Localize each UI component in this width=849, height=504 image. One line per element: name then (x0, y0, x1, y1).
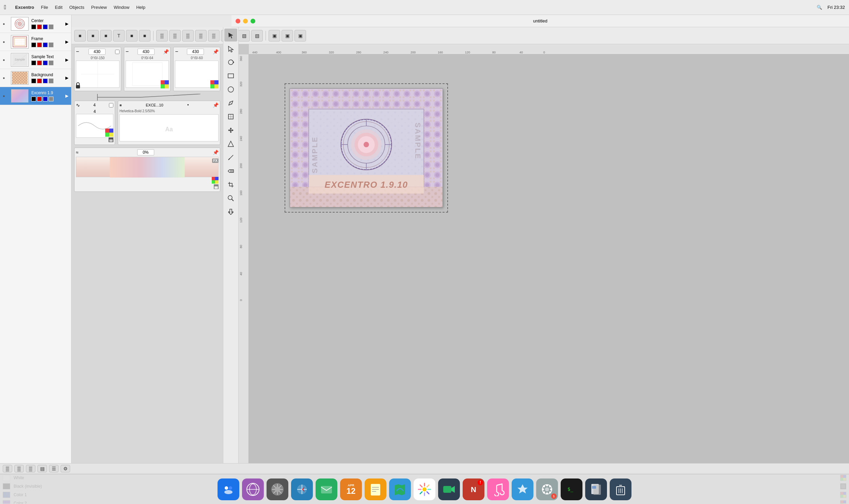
color-dot[interactable] (49, 79, 53, 83)
arrange-btn-2[interactable]: ▒ (14, 465, 24, 472)
tool-text[interactable] (224, 151, 237, 164)
dock-safari[interactable] (291, 478, 313, 500)
pin-icon-font[interactable]: 📌 (213, 102, 219, 108)
toolbar-arrange-1[interactable]: ▒ (156, 30, 168, 41)
pin-icon-2[interactable]: 📌 (213, 49, 219, 54)
arrange-btn-1[interactable]: ▒ (3, 465, 12, 472)
fx-badge[interactable]: FX (212, 158, 219, 163)
lock-icon-gradient[interactable] (214, 184, 219, 190)
visibility-icon[interactable]: ● (3, 40, 8, 44)
zoom-button[interactable] (251, 19, 255, 23)
layer-item-frame[interactable]: ● Frame ▶ (0, 33, 71, 51)
tool-measure[interactable] (224, 165, 237, 178)
dock-terminal[interactable]: $_ (561, 478, 582, 500)
layer-expand-icon[interactable]: ▶ (65, 57, 68, 62)
tool-rectangle[interactable] (224, 69, 237, 82)
dock-appstore[interactable] (512, 478, 533, 500)
visibility-icon[interactable]: ● (3, 58, 8, 62)
menu-help[interactable]: Help (136, 5, 145, 10)
settings-btn[interactable]: ⚙ (61, 465, 70, 472)
dock-systemprefs[interactable]: 1 (536, 478, 558, 500)
panel-value-center[interactable] (89, 49, 106, 55)
dock-finder[interactable] (218, 478, 239, 500)
dock-photos[interactable] (414, 478, 435, 500)
panel-value-background[interactable] (187, 49, 204, 55)
layer-item-center[interactable]: ● Center ▶ (0, 15, 71, 33)
tool-crop[interactable] (224, 178, 237, 191)
color-dot[interactable] (43, 43, 48, 47)
grid-btn[interactable]: ▤ (37, 465, 47, 472)
layer-item-sampletext[interactable]: ● Sample Sample Text ▶ (0, 51, 71, 69)
panel-gradient-value[interactable] (137, 149, 154, 155)
layer-expand-icon[interactable]: ▶ (65, 21, 68, 26)
toolbar-arrange-3[interactable]: ▒ (182, 30, 194, 41)
toolbar-align-2[interactable]: ▧ (251, 30, 263, 41)
color-dot[interactable] (43, 61, 48, 65)
color-dot[interactable] (37, 24, 42, 29)
document-preview[interactable]: SAMPLE SAMPLE EXCENTRO 1.9.10 (290, 88, 443, 207)
menu-edit[interactable]: Edit (55, 5, 62, 10)
toolbar-btn-2[interactable]: ■ (87, 30, 99, 41)
layer-expand-icon[interactable]: ▶ (65, 94, 68, 98)
color-dot[interactable] (31, 43, 36, 47)
panel-minus-icon-3[interactable]: − (175, 49, 178, 55)
panel-value-frame[interactable] (138, 49, 155, 55)
visibility-icon[interactable]: ● (3, 94, 8, 98)
toolbar-align-1[interactable]: ▧ (238, 30, 250, 41)
tool-select[interactable] (224, 29, 237, 41)
color-dot[interactable] (37, 97, 42, 101)
tool-rotate[interactable] (224, 56, 237, 69)
menu-preview[interactable]: Preview (91, 5, 107, 10)
dock-launchpad[interactable] (267, 478, 288, 500)
apple-menu[interactable]:  (4, 4, 6, 11)
visibility-icon[interactable]: ● (3, 76, 8, 80)
toolbar-frame-1[interactable]: ▣ (269, 30, 280, 41)
color-square-wave[interactable] (105, 129, 113, 138)
tool-move[interactable] (224, 124, 237, 137)
panel-minus-icon-2[interactable]: − (126, 49, 129, 55)
toolbar-btn-6[interactable]: ■ (139, 30, 150, 41)
tool-node[interactable] (224, 137, 237, 150)
tool-zoom[interactable] (224, 192, 237, 205)
toolbar-btn-3[interactable]: ■ (100, 30, 112, 41)
tool-transform[interactable] (224, 110, 237, 123)
pin-icon[interactable]: 📌 (163, 49, 169, 54)
toolbar-arrange-4[interactable]: ▒ (195, 30, 207, 41)
color-dot[interactable] (31, 24, 36, 29)
tool-circle[interactable] (224, 83, 237, 96)
menu-file[interactable]: File (41, 5, 48, 10)
menu-window[interactable]: Window (114, 5, 129, 10)
arrange-btn-3[interactable]: ▒ (26, 465, 35, 472)
layer-item-excentro[interactable]: ● Excenro 1.9 ▶ (0, 87, 71, 105)
canvas-content[interactable]: SAMPLE SAMPLE EXCENTRO 1.9.10 (249, 54, 849, 490)
tool-pen[interactable] (224, 97, 237, 110)
tool-select-2[interactable] (224, 42, 237, 55)
lock-icon[interactable] (75, 82, 81, 90)
dock-maps[interactable] (389, 478, 411, 500)
toolbar-btn-5[interactable]: ■ (126, 30, 138, 41)
tool-pan[interactable] (224, 205, 237, 218)
color-dot[interactable] (31, 61, 36, 65)
color-dot[interactable] (43, 24, 48, 29)
visibility-icon[interactable]: ● (3, 22, 8, 26)
toolbar-frame-3[interactable]: ▣ (294, 30, 306, 41)
layer-expand-icon[interactable]: ▶ (65, 75, 68, 80)
toolbar-btn-4[interactable]: T (113, 30, 125, 41)
dock-notes[interactable] (365, 478, 386, 500)
panel-checkbox-wave[interactable] (109, 103, 113, 107)
color-dot[interactable] (43, 97, 48, 101)
color-dot[interactable] (37, 79, 42, 83)
color-dot[interactable] (37, 43, 42, 47)
color-dot[interactable] (37, 61, 42, 65)
color-dot[interactable] (43, 79, 48, 83)
pin-icon-gradient[interactable]: 📌 (213, 150, 219, 155)
color-square-gradient[interactable] (212, 177, 219, 185)
color-square-frame[interactable] (161, 80, 169, 89)
layer-item-background[interactable]: ● Background ▶ (0, 69, 71, 87)
layer-expand-icon[interactable]: ▶ (65, 39, 68, 44)
color-dot[interactable] (49, 61, 53, 65)
color-dot[interactable] (49, 43, 53, 47)
panel-checkbox-center[interactable] (115, 50, 119, 54)
menu-excentro[interactable]: Excentro (15, 5, 34, 10)
toolbar-arrange-2[interactable]: ▒ (169, 30, 181, 41)
